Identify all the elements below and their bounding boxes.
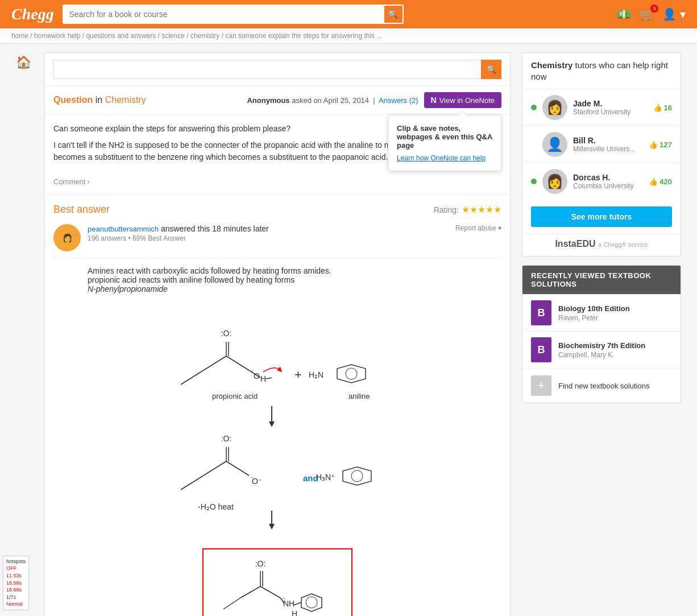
tutor-score-value: 420 (659, 177, 672, 186)
reaction-svg: :O: O ·· H (113, 305, 442, 544)
textbook-item[interactable]: B Biochemistry 7th Edition Campbell, Mar… (522, 331, 681, 368)
answers-link[interactable]: Answers (2) (379, 96, 418, 105)
avatar-silhouette: 👩 (63, 233, 72, 242)
tutor-item[interactable]: 👤 Bill R. Millersville Univers... 👍 127 (522, 126, 681, 163)
svg-line-37 (240, 586, 260, 598)
breadcrumb-current: can someone explain the steps for answer… (225, 32, 382, 40)
textbook-solutions-box: RECENTLY VIEWED TEXTBOOK SOLUTIONS B Bio… (522, 265, 681, 403)
answer-text-3: N-phenylpropionamide (88, 284, 501, 293)
rating-stars: ★★★★★ (462, 204, 501, 215)
answer-text-1: Amines react with carboxylic acids follo… (88, 266, 501, 275)
svg-line-22 (204, 461, 226, 476)
svg-text:··: ·· (251, 474, 254, 481)
tutor-school: Stanford University (573, 108, 648, 116)
breadcrumb-homework-help[interactable]: homework help (34, 32, 80, 40)
hotspots-status: OFF (6, 565, 26, 572)
svg-marker-18 (269, 421, 275, 427)
user-avatar: 👩 (53, 224, 81, 251)
tutor-score: 👍 420 (649, 177, 672, 186)
see-more-tutors-button[interactable]: See more tutors (531, 206, 672, 227)
breadcrumb-chemistry[interactable]: chemistry (190, 32, 219, 40)
tutor-info: Jade M. Stanford University (573, 99, 648, 116)
book-icon: B (531, 300, 551, 325)
svg-text:aniline: aniline (348, 392, 370, 400)
user-icon-button[interactable]: 👤 ▾ (662, 7, 686, 21)
question-header: Question in Chemistry Anonymous asked on… (45, 86, 510, 114)
header: Chegg 🔍 💵 🛒 5 👤 ▾ (0, 0, 697, 28)
question-label: Question (53, 95, 93, 105)
main: 🏠 analine 🔍 Question in Chemistry Anonym… (7, 44, 690, 616)
question-search-button[interactable]: 🔍 (481, 60, 501, 79)
tutor-name: Dorcas H. (573, 173, 643, 182)
instaedu-logo: InstaEDU (555, 239, 595, 249)
header-search-input[interactable] (63, 5, 383, 24)
header-search-button[interactable]: 🔍 (383, 5, 404, 24)
best-answer-section: Best answer Rating: ★★★★★ 👩 peanutbutter… (45, 195, 510, 616)
tutor-avatar: 👩 (542, 169, 567, 194)
svg-text:H: H (292, 609, 297, 616)
breadcrumb-science[interactable]: science (161, 32, 185, 40)
hotspot-time-2: 18.58s (6, 580, 26, 587)
question-asked-on: asked on April 25, 2014 (292, 96, 369, 105)
book-author: Campbell, Mary K. (558, 351, 672, 359)
tutor-item[interactable]: 👩 Dorcas H. Columbia University 👍 420 (522, 163, 681, 200)
report-abuse[interactable]: Report abuse ▾ (455, 224, 501, 232)
product-svg: :O: NH ·· (209, 555, 346, 616)
svg-point-44 (306, 597, 317, 608)
svg-text::O:: :O: (255, 559, 266, 568)
wallet-icon-button[interactable]: 💵 (617, 7, 631, 21)
home-icon[interactable]: 🏠 (16, 55, 33, 70)
answer-text-block: Amines react with carboxylic acids follo… (88, 266, 501, 293)
tutors-header-chemistry: Chemistry (531, 60, 572, 70)
cart-badge: 5 (650, 5, 658, 13)
svg-text:-H₂O  heat: -H₂O heat (198, 502, 234, 511)
hotspot-mode: Normal (6, 601, 26, 608)
textbook-item[interactable]: B Biology 10th Edition Raven, Peter (522, 294, 681, 331)
svg-text:··: ·· (250, 368, 254, 374)
tutor-item[interactable]: 👩 Jade M. Stanford University 👍 16 (522, 89, 681, 126)
answer-text-2: propionic acid reacts with aniline follo… (88, 275, 501, 284)
offline-indicator (531, 142, 537, 147)
comment-link[interactable]: Comment › (53, 177, 90, 186)
chemical-diagram: :O: O ·· H (53, 305, 501, 616)
hotspots-label: hotspots (6, 558, 26, 565)
right-sidebar: Chemistry tutors who can help right now … (522, 52, 681, 616)
tutor-score-value: 127 (659, 140, 672, 149)
instaedu-banner: InstaEDU a Chegg® service (522, 234, 681, 256)
best-answer-title: Best answer (53, 204, 110, 216)
plus-icon: + (531, 375, 551, 396)
tutor-score-value: 16 (664, 104, 672, 112)
svg-marker-29 (343, 467, 371, 485)
product-box: :O: NH ·· (202, 548, 352, 616)
logo: Chegg (11, 5, 54, 23)
popup-title: Clip & save notes, webpages & even this … (397, 124, 492, 150)
svg-marker-33 (269, 524, 275, 530)
online-indicator (531, 105, 537, 110)
breadcrumb-home[interactable]: home (11, 32, 28, 40)
svg-text:+: + (294, 367, 302, 382)
user-stats: 196 answers • 69% Best Answer (88, 234, 449, 242)
tutor-school: Millersville Univers... (573, 145, 643, 153)
answer-user-row: 👩 peanutbuttersammich answered this 18 m… (53, 224, 501, 258)
find-new-textbook-button[interactable]: + Find new textbook solutions (522, 368, 681, 403)
tutor-score: 👍 127 (649, 140, 672, 149)
svg-line-10 (266, 378, 272, 379)
popup-learn: Learn how OneNote can help (397, 154, 492, 162)
left-sidebar: 🏠 (16, 52, 33, 616)
username[interactable]: peanutbuttersammich (88, 225, 159, 233)
svg-text:propionic acid: propionic acid (212, 392, 258, 400)
svg-point-30 (351, 470, 363, 482)
breadcrumb-qa[interactable]: questions and answers (86, 32, 156, 40)
tutor-school: Columbia University (573, 182, 643, 190)
book-info: Biology 10th Edition Raven, Peter (558, 304, 672, 322)
best-answer-header: Best answer Rating: ★★★★★ (53, 204, 501, 216)
onenote-label: View in OneNote (439, 96, 495, 105)
cart-icon-button[interactable]: 🛒 5 (640, 7, 654, 21)
popup-learn-link[interactable]: Learn how OneNote can help (397, 154, 486, 162)
hotspot-ratio: 1/71 (6, 594, 26, 601)
onenote-button[interactable]: N View in OneNote (424, 92, 501, 108)
user-info: peanutbuttersammich answered this 18 min… (88, 224, 449, 242)
question-search-input[interactable]: analine (53, 60, 481, 79)
book-icon: B (531, 337, 551, 362)
tutors-header: Chemistry tutors who can help right now (522, 53, 681, 89)
